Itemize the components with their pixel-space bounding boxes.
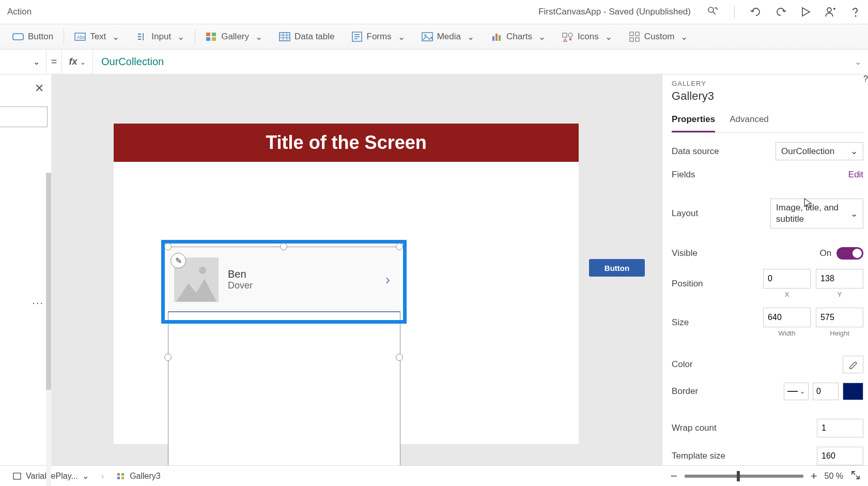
- svg-text:Abc: Abc: [77, 35, 85, 40]
- ribbon-tab-action[interactable]: Action: [6, 7, 32, 17]
- fields-edit-link[interactable]: Edit: [848, 170, 863, 180]
- prop-layout-label: Layout: [672, 208, 770, 219]
- help-icon[interactable]: [848, 5, 862, 19]
- tab-advanced[interactable]: Advanced: [730, 110, 769, 132]
- zoom-out-button[interactable]: −: [671, 469, 677, 483]
- chevron-down-icon: ⌄: [605, 32, 612, 42]
- chevron-down-icon: ⌄: [680, 32, 688, 42]
- gallery-icon: [206, 31, 217, 42]
- svg-rect-3: [13, 34, 23, 40]
- insert-input[interactable]: Input ⌄: [129, 28, 192, 45]
- insert-data-table-label: Data table: [295, 32, 335, 42]
- resize-handle[interactable]: [280, 243, 287, 250]
- svg-rect-27: [121, 477, 124, 479]
- resize-handle[interactable]: [396, 354, 403, 361]
- redo-icon[interactable]: [774, 5, 787, 19]
- svg-rect-23: [13, 473, 21, 479]
- formula-input[interactable]: OurCollection: [93, 50, 847, 74]
- formula-expand-button[interactable]: ⌄: [847, 50, 868, 74]
- size-width-sublabel: Width: [778, 329, 795, 337]
- svg-point-2: [855, 16, 856, 16]
- insert-button[interactable]: Button: [5, 28, 60, 45]
- tree-scrollbar[interactable]: [46, 173, 51, 486]
- insert-gallery[interactable]: Gallery ⌄: [198, 28, 270, 45]
- share-icon[interactable]: [824, 5, 837, 19]
- svg-rect-21: [630, 38, 633, 41]
- app-checker-icon[interactable]: [706, 5, 720, 19]
- insert-ribbon: Button Abc Text ⌄ Input ⌄ Gallery ⌄ Data…: [0, 24, 868, 50]
- layout-dropdown[interactable]: Image, title, and subtitle ⌄: [770, 199, 863, 229]
- template-size-input[interactable]: [817, 447, 863, 465]
- properties-panel: GALLERY Gallery3 Properties Advanced Dat…: [662, 74, 863, 465]
- play-icon[interactable]: [799, 5, 812, 19]
- property-selector[interactable]: ⌄: [0, 50, 47, 74]
- panel-help-icon[interactable]: ?: [863, 74, 868, 465]
- insert-media-label: Media: [437, 32, 461, 42]
- chevron-down-icon: ⌄: [398, 32, 405, 42]
- insert-icons[interactable]: Icons ⌄: [555, 28, 619, 45]
- screen-title-label: Title of the Screen: [114, 124, 579, 162]
- resize-handle[interactable]: [164, 354, 172, 361]
- svg-rect-26: [117, 477, 120, 479]
- border-style-dropdown[interactable]: ⌄: [784, 383, 809, 400]
- insert-custom[interactable]: Custom ⌄: [622, 28, 695, 45]
- canvas-area[interactable]: Title of the Screen Ben Dover › ✎: [52, 74, 662, 465]
- insert-custom-label: Custom: [644, 32, 675, 42]
- position-x-input[interactable]: [763, 269, 811, 288]
- text-icon: Abc: [74, 31, 86, 42]
- position-y-input[interactable]: [816, 269, 863, 288]
- border-color-picker[interactable]: [843, 383, 863, 400]
- svg-rect-22: [636, 38, 639, 41]
- wrap-count-input[interactable]: [817, 419, 863, 437]
- border-width-input[interactable]: [813, 383, 839, 400]
- equals-label: =: [47, 50, 62, 74]
- visible-toggle[interactable]: [836, 247, 863, 260]
- insert-button-label: Button: [28, 32, 53, 42]
- edit-template-icon[interactable]: ✎: [171, 253, 186, 268]
- more-options-icon[interactable]: ···: [32, 297, 44, 309]
- resize-handle[interactable]: [396, 243, 403, 250]
- svg-rect-20: [636, 32, 639, 36]
- data-table-icon: [279, 31, 290, 42]
- chevron-down-icon: ⌄: [850, 146, 858, 157]
- position-x-sublabel: X: [785, 291, 789, 298]
- prop-template-size-label: Template size: [672, 451, 817, 461]
- breadcrumb-separator: ›: [101, 472, 104, 481]
- tab-properties[interactable]: Properties: [672, 110, 715, 132]
- fit-to-window-icon[interactable]: [850, 470, 861, 482]
- formula-value: OurCollection: [101, 56, 164, 68]
- insert-charts[interactable]: Charts ⌄: [484, 28, 553, 45]
- prop-size-label: Size: [672, 317, 763, 328]
- zoom-slider[interactable]: [685, 475, 803, 478]
- input-icon: [136, 31, 147, 42]
- svg-rect-14: [492, 36, 494, 41]
- color-picker[interactable]: [843, 356, 863, 373]
- resize-handle[interactable]: [164, 243, 172, 250]
- svg-point-13: [424, 34, 426, 36]
- insert-forms[interactable]: Forms ⌄: [344, 28, 412, 45]
- zoom-in-button[interactable]: +: [811, 469, 817, 483]
- fx-button[interactable]: fx⌄: [62, 50, 93, 74]
- close-icon[interactable]: ✕: [35, 82, 44, 95]
- svg-rect-24: [117, 473, 120, 476]
- breadcrumb-screen-label: VariablePlay...: [26, 472, 78, 481]
- insert-text[interactable]: Abc Text ⌄: [67, 28, 127, 45]
- svg-point-1: [827, 8, 831, 12]
- insert-media[interactable]: Media ⌄: [414, 28, 482, 45]
- status-bar: VariablePlay... ⌄ › Gallery3 − + 50 %: [0, 465, 868, 486]
- custom-icon: [629, 31, 640, 42]
- chevron-down-icon: ⌄: [112, 32, 119, 42]
- insert-data-table[interactable]: Data table: [272, 28, 342, 45]
- insert-text-label: Text: [90, 32, 106, 42]
- chevron-down-icon: ⌄: [850, 208, 858, 219]
- size-height-input[interactable]: [816, 308, 863, 327]
- canvas-button-control[interactable]: Button: [589, 259, 645, 277]
- undo-icon[interactable]: [749, 5, 763, 19]
- size-width-input[interactable]: [763, 308, 811, 327]
- breadcrumb-control[interactable]: Gallery3: [111, 469, 166, 483]
- data-source-dropdown[interactable]: OurCollection ⌄: [776, 142, 863, 160]
- chevron-down-icon: ⌄: [177, 32, 184, 42]
- prop-border-label: Border: [672, 386, 784, 397]
- tree-search-input[interactable]: [0, 107, 48, 127]
- prop-fields-label: Fields: [672, 170, 848, 180]
